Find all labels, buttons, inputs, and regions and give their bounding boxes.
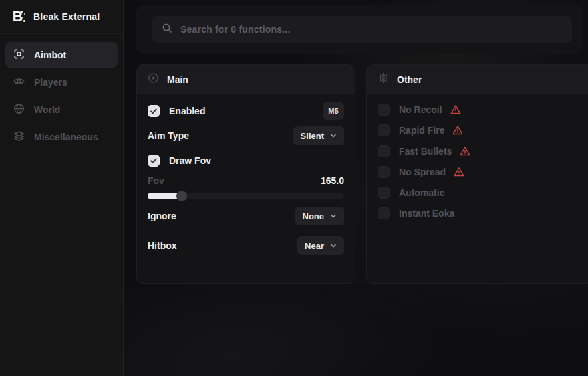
hitbox-row: Hitbox Near (148, 236, 344, 255)
other-row-no-spread: No Spread (378, 165, 582, 179)
other-row-fast-bullets: Fast Bullets (378, 144, 582, 159)
hitbox-value: Near (305, 241, 324, 251)
logo-particles (19, 10, 26, 23)
rapid-fire-label: Rapid Fire (399, 125, 444, 136)
hitbox-dropdown[interactable]: Near (297, 236, 344, 255)
warning-icon (452, 124, 464, 136)
sidebar-item-label: Miscellaneous (34, 132, 98, 143)
enabled-label: Enabled (169, 106, 205, 116)
hitbox-label: Hitbox (148, 240, 177, 251)
warning-icon (453, 166, 465, 178)
ignore-row: Ignore None (148, 207, 344, 225)
panel-main-header: Main (137, 65, 355, 94)
aim-type-row: Aim Type Silent (148, 126, 344, 145)
fast-bullets-label: Fast Bullets (399, 146, 452, 157)
ignore-dropdown[interactable]: None (295, 207, 345, 225)
no-spread-label: No Spread (399, 167, 446, 177)
app-logo: B (9, 9, 25, 25)
layers-icon (13, 130, 25, 144)
automatic-label: Automatic (399, 187, 444, 198)
chevron-down-icon (330, 130, 337, 142)
panel-other-header: Other (367, 65, 588, 94)
app-title: Bleak External (33, 11, 100, 22)
sidebar-item-players[interactable]: Players (5, 70, 118, 95)
enabled-row: Enabled M5 (148, 102, 344, 120)
other-row-instant-eoka: Instant Eoka (378, 206, 582, 221)
search-card: Search for 0 functions... (136, 5, 583, 54)
no-spread-checkbox[interactable] (378, 166, 390, 178)
fov-slider-fill (148, 193, 180, 199)
instant-eoka-label: Instant Eoka (399, 208, 454, 219)
ignore-value: None (303, 211, 325, 221)
sidebar-header: B Bleak External (0, 0, 123, 34)
rapid-fire-checkbox[interactable] (378, 124, 390, 136)
search-icon (162, 23, 172, 36)
fov-label: Fov (148, 175, 164, 186)
crosshair-icon (13, 48, 25, 62)
sidebar: B Bleak External Aimbot (0, 0, 124, 376)
panel-main-body: Enabled M5 Aim Type Silent Draw Fov Fov … (137, 94, 355, 255)
sidebar-item-world[interactable]: World (5, 97, 118, 122)
fov-value-row: Fov 165.0 (148, 175, 344, 187)
sidebar-item-label: World (34, 104, 60, 115)
sidebar-item-miscellaneous[interactable]: Miscellaneous (5, 124, 118, 150)
panel-title: Main (167, 74, 188, 85)
eye-icon (13, 76, 25, 89)
no-recoil-checkbox[interactable] (378, 104, 390, 116)
fast-bullets-checkbox[interactable] (378, 145, 390, 157)
aim-type-dropdown[interactable]: Silent (293, 126, 344, 145)
sidebar-nav: Aimbot Players World (0, 34, 123, 158)
gear-icon (378, 72, 389, 86)
warning-icon (450, 104, 462, 116)
chevron-down-icon (330, 210, 337, 222)
panel-other-body: No Recoil Rapid Fire Fast Bullets (367, 94, 588, 221)
globe-icon (13, 103, 25, 116)
panel-main: Main Enabled M5 Aim Type Silent (136, 64, 355, 284)
search-placeholder: Search for 0 functions... (180, 24, 290, 35)
sidebar-item-aimbot[interactable]: Aimbot (5, 42, 118, 68)
chevron-down-icon (330, 240, 337, 252)
automatic-checkbox[interactable] (378, 187, 390, 199)
fov-value: 165.0 (321, 175, 344, 186)
sidebar-item-label: Players (34, 77, 67, 88)
search-input[interactable]: Search for 0 functions... (152, 16, 572, 43)
fov-slider-thumb[interactable] (176, 191, 187, 201)
target-icon (148, 72, 159, 86)
draw-fov-row: Draw Fov (148, 152, 344, 169)
panel-title: Other (397, 74, 422, 85)
enabled-checkbox[interactable] (148, 105, 160, 117)
draw-fov-checkbox[interactable] (148, 155, 160, 167)
instant-eoka-checkbox[interactable] (378, 207, 390, 219)
panel-other: Other No Recoil Rapid Fire Fast Bullets (366, 64, 588, 284)
fov-slider[interactable] (148, 191, 344, 201)
other-row-rapid-fire: Rapid Fire (378, 123, 582, 138)
draw-fov-label: Draw Fov (169, 155, 211, 166)
enabled-keybind-button[interactable]: M5 (323, 102, 344, 120)
sidebar-item-label: Aimbot (34, 50, 66, 60)
other-row-no-recoil: No Recoil (378, 102, 582, 117)
ignore-label: Ignore (148, 211, 176, 221)
aim-type-label: Aim Type (148, 130, 189, 141)
warning-icon (459, 145, 471, 157)
other-row-automatic: Automatic (378, 185, 582, 200)
aim-type-value: Silent (301, 131, 324, 141)
no-recoil-label: No Recoil (399, 104, 442, 115)
